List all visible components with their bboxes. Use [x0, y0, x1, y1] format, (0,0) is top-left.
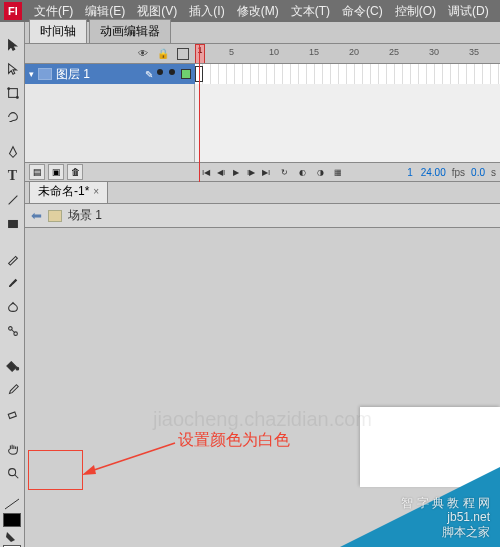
selection-tool[interactable]	[1, 33, 24, 56]
goto-last-button[interactable]: ▶I	[259, 165, 273, 179]
app-logo: Fl	[4, 2, 22, 20]
menu-modify[interactable]: 修改(M)	[231, 3, 285, 20]
fps-label: fps	[452, 167, 465, 178]
new-layer-button[interactable]: ▤	[29, 164, 45, 180]
timeline-layers-area	[25, 84, 500, 162]
edit-bar: ⬅ 场景 1	[25, 204, 500, 228]
tab-motion-editor[interactable]: 动画编辑器	[89, 19, 171, 43]
svg-rect-9	[8, 412, 16, 419]
timeline-panel-tabs: 时间轴 动画编辑器	[25, 22, 500, 44]
free-transform-tool[interactable]	[1, 81, 24, 104]
layer-type-icon	[38, 68, 52, 80]
current-frame-value[interactable]: 1	[405, 167, 415, 178]
fps-value[interactable]: 24.00	[419, 167, 448, 178]
svg-point-8	[16, 367, 19, 370]
annotation-text: 设置颜色为白色	[178, 430, 290, 451]
document-tab[interactable]: 未命名-1* ×	[29, 179, 108, 203]
play-button[interactable]: ▶	[229, 165, 243, 179]
stage-area[interactable]: jiaocheng.chazidian.com 智 字 典 教 程 网 jb51…	[25, 228, 500, 547]
goto-first-button[interactable]: I◀	[199, 165, 213, 179]
timeline-footer: ▤ ▣ 🗑 I◀ ◀I ▶ I▶ ▶I ↻ ◐ ◑ ▦ 1 24.00	[25, 162, 500, 182]
subselection-tool[interactable]	[1, 57, 24, 80]
bone-tool[interactable]	[1, 319, 24, 342]
ruler-tick: 5	[229, 47, 234, 57]
playback-controls: I◀ ◀I ▶ I▶ ▶I	[199, 165, 273, 179]
frame-ruler[interactable]: 1 5 10 15 20 25 30 35	[195, 44, 500, 63]
paint-bucket-tool[interactable]	[1, 354, 24, 377]
layer-name-label[interactable]: 图层 1	[56, 66, 141, 83]
menu-view[interactable]: 视图(V)	[131, 3, 183, 20]
playhead-marker[interactable]: 1	[195, 44, 205, 63]
ruler-tick: 35	[469, 47, 479, 57]
document-tabs: 未命名-1* ×	[25, 182, 500, 204]
ruler-tick: 30	[429, 47, 439, 57]
menu-debug[interactable]: 调试(D)	[442, 3, 495, 20]
back-arrow-icon[interactable]: ⬅	[31, 208, 42, 223]
edit-multiple-frames-button[interactable]: ▦	[331, 165, 345, 179]
layer-expand-icon[interactable]: ▾	[29, 69, 34, 79]
svg-rect-0	[8, 88, 17, 97]
svg-point-10	[8, 468, 15, 475]
line-tool[interactable]	[1, 188, 24, 211]
fill-color-swatch[interactable]	[2, 529, 22, 547]
scene-name-label[interactable]: 场景 1	[68, 207, 102, 224]
step-back-button[interactable]: ◀I	[214, 165, 228, 179]
lock-column-icon[interactable]: 🔒	[157, 48, 169, 60]
outline-column-icon[interactable]	[177, 48, 189, 60]
timeline-header: 👁 🔒 1 5 10 15 20 25 30 35	[25, 44, 500, 64]
menu-file[interactable]: 文件(F)	[28, 3, 79, 20]
svg-rect-4	[8, 220, 17, 227]
document-tab-close-icon[interactable]: ×	[93, 186, 99, 197]
watermark-text: 智 字 典 教 程 网 jb51.net 脚本之家	[401, 496, 490, 539]
menu-edit[interactable]: 编辑(E)	[79, 3, 131, 20]
document-tab-label: 未命名-1*	[38, 183, 89, 200]
elapsed-value: 0.0	[469, 167, 487, 178]
ruler-tick: 25	[389, 47, 399, 57]
annotation-highlight-box	[28, 450, 83, 490]
pen-tool[interactable]	[1, 140, 24, 163]
stroke-color-swatch[interactable]	[2, 497, 22, 527]
svg-point-1	[7, 87, 9, 89]
playhead-line	[199, 44, 200, 182]
layer-lock-dot[interactable]	[169, 69, 175, 75]
menu-commands[interactable]: 命令(C)	[336, 3, 389, 20]
svg-line-11	[14, 474, 18, 478]
eyedropper-tool[interactable]	[1, 378, 24, 401]
onion-skin-outlines-button[interactable]: ◑	[313, 165, 327, 179]
ruler-tick: 15	[309, 47, 319, 57]
elapsed-label: s	[491, 167, 496, 178]
layer-row[interactable]: ▾ 图层 1 ✎	[25, 64, 500, 84]
new-folder-button[interactable]: ▣	[48, 164, 64, 180]
step-forward-button[interactable]: I▶	[244, 165, 258, 179]
layer-active-icon: ✎	[145, 69, 153, 80]
brush-tool[interactable]	[1, 271, 24, 294]
eraser-tool[interactable]	[1, 402, 24, 425]
rectangle-tool[interactable]	[1, 212, 24, 235]
loop-button[interactable]: ↻	[277, 165, 291, 179]
tab-timeline[interactable]: 时间轴	[29, 19, 87, 43]
lasso-tool[interactable]	[1, 105, 24, 128]
hand-tool[interactable]	[1, 437, 24, 460]
svg-line-3	[8, 195, 17, 204]
scene-icon	[48, 210, 62, 222]
svg-line-12	[5, 499, 19, 509]
layer-visible-dot[interactable]	[157, 69, 163, 75]
menu-insert[interactable]: 插入(I)	[183, 3, 230, 20]
text-tool[interactable]: T	[1, 164, 24, 187]
ruler-tick: 10	[269, 47, 279, 57]
layer-outline-swatch[interactable]	[181, 69, 191, 79]
onion-skin-button[interactable]: ◐	[295, 165, 309, 179]
zoom-tool[interactable]	[1, 461, 24, 484]
tools-panel: T	[0, 22, 25, 547]
ruler-tick: 20	[349, 47, 359, 57]
pencil-tool[interactable]	[1, 247, 24, 270]
delete-layer-button[interactable]: 🗑	[67, 164, 83, 180]
svg-line-7	[11, 329, 15, 333]
watermark-faint: jiaocheng.chazidian.com	[153, 408, 372, 431]
menu-text[interactable]: 文本(T)	[285, 3, 336, 20]
deco-tool[interactable]	[1, 295, 24, 318]
frame-cells[interactable]	[195, 64, 500, 84]
svg-point-2	[16, 96, 18, 98]
visibility-column-icon[interactable]: 👁	[137, 48, 149, 60]
menu-control[interactable]: 控制(O)	[389, 3, 442, 20]
